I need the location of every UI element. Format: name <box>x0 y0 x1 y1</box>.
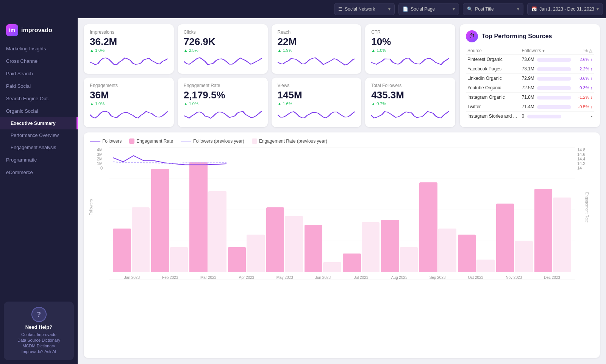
metric-sparkline <box>184 108 262 120</box>
bar-current <box>458 235 476 272</box>
x-label: Sep 2023 <box>419 275 457 280</box>
sidebar-item-paid-search[interactable]: Paid Search <box>0 67 78 80</box>
logo-text: improvado <box>21 27 52 34</box>
source-name: Instagram Organic <box>466 93 520 102</box>
y-right-tick: 14.4 <box>577 157 590 161</box>
filter-social-page[interactable]: 📄 Social Page ▾ <box>398 3 459 15</box>
metric-card-engagement-rate: Engagement Rate 2,179.5% ▲ 1.0% <box>178 78 268 127</box>
sidebar-item-engagement-analysis[interactable]: Engagement Analysis <box>0 142 78 154</box>
metric-card-ctr: CTR 10% ▲ 1.0% <box>365 24 455 74</box>
y-left-tick: 4M <box>90 148 103 152</box>
bar-group <box>189 148 226 272</box>
bar-current <box>113 229 131 272</box>
x-label: Dec 2023 <box>533 275 571 280</box>
metric-change: ▲ 1.0% <box>90 48 168 53</box>
sidebar-item-marketing-insights[interactable]: Marketing Insights <box>0 42 78 55</box>
bar-group <box>151 148 188 272</box>
metric-change: ▲ 2.5% <box>184 48 262 53</box>
metric-label: Engagements <box>90 83 168 88</box>
y-left-label: Followers <box>89 199 93 215</box>
sidebar-item-performance-overview[interactable]: Performance Overview <box>0 129 78 142</box>
sidebar: im improvado Marketing Insights Cross Ch… <box>0 18 78 364</box>
sidebar-item-paid-social[interactable]: Paid Social <box>0 80 78 92</box>
x-label: Apr 2023 <box>227 275 266 280</box>
bar-group <box>534 148 571 272</box>
sources-table: Source Followers ▾ % △ Pinterest Organic… <box>466 47 594 121</box>
social-page-label: Social Page <box>411 6 435 12</box>
metrics-section: Impressions 36.2M ▲ 1.0% Clicks 726.9K ▲… <box>84 24 600 127</box>
source-name: LinkedIn Organic <box>466 74 520 83</box>
bar-previous <box>247 235 265 272</box>
calendar-icon: 📅 <box>531 6 537 12</box>
metric-card-views: Views 145M ▲ 1.6% <box>272 78 362 127</box>
filter-post-title[interactable]: 🔍 Post Title ▾ <box>463 3 523 15</box>
metric-value: 145M <box>278 90 356 101</box>
metric-sparkline <box>371 108 449 120</box>
followers-bar <box>537 58 571 62</box>
followers-bar <box>537 67 571 71</box>
content-area: Impressions 36.2M ▲ 1.0% Clicks 726.9K ▲… <box>78 18 606 364</box>
metric-card-impressions: Impressions 36.2M ▲ 1.0% <box>84 24 174 74</box>
table-row: Instagram Stories and ... 0 - <box>466 112 594 121</box>
date-range-label: Jan 1, 2023 - Dec 31, 2023 <box>539 6 594 12</box>
y-left-tick: 3M <box>90 152 103 157</box>
bar-current <box>419 182 437 272</box>
x-label: Feb 2023 <box>151 275 189 280</box>
data-source-dictionary-link[interactable]: Data Source Dictionary <box>8 338 70 342</box>
bar-group <box>381 148 418 272</box>
y-left-tick: 2M <box>90 157 103 161</box>
y-right-label: Engagement Rate <box>585 192 589 222</box>
mcdm-dictionary-link[interactable]: MCDM Dictionary <box>8 344 70 348</box>
x-label: Oct 2023 <box>456 275 495 280</box>
metric-sparkline <box>90 55 168 66</box>
metric-sparkline <box>278 108 356 120</box>
sidebar-item-organic-social[interactable]: Organic Social <box>0 105 78 117</box>
metric-value: 22M <box>278 36 356 47</box>
source-change: 2.2% <box>576 64 594 74</box>
metric-sparkline <box>184 55 262 66</box>
sidebar-item-cross-channel[interactable]: Cross Channel <box>0 55 78 67</box>
metric-card-total-followers: Total Followers 435.3M ▲ 0.7% <box>365 78 455 127</box>
social-page-icon: 📄 <box>403 6 408 12</box>
source-name: Instagram Stories and ... <box>466 112 520 121</box>
bar-current <box>228 247 246 272</box>
logo-icon: im <box>6 24 18 36</box>
sidebar-item-executive-summary[interactable]: Executive Summary <box>0 117 78 129</box>
bar-current <box>343 254 361 272</box>
x-labels: Jan 2023Feb 2023Mar 2023Apr 2023May 2023… <box>113 275 571 280</box>
source-name: Facebook Pages <box>466 64 520 74</box>
bar-previous <box>515 241 533 272</box>
followers-bar <box>537 96 571 100</box>
chart-legend: Followers Engagement Rate Followers (pre… <box>90 138 594 144</box>
logo-area: im improvado <box>0 21 78 42</box>
metric-label: Engagement Rate <box>184 83 262 88</box>
metric-card-clicks: Clicks 726.9K ▲ 2.5% <box>178 24 268 74</box>
filter-date-range[interactable]: 📅 Jan 1, 2023 - Dec 31, 2023 ▾ <box>527 3 603 15</box>
source-followers: 71.8M <box>520 93 576 102</box>
metric-value: 2,179.5% <box>184 90 262 101</box>
metric-change: ▲ 0.7% <box>371 101 449 106</box>
metric-label: Impressions <box>90 30 168 35</box>
contact-improvado-link[interactable]: Contact Improvado <box>8 332 70 337</box>
top-sources-title: Top Performing Sources <box>482 33 552 40</box>
bar-previous <box>285 216 303 272</box>
sidebar-item-search-engine-opt[interactable]: Search Engine Opt. <box>0 92 78 105</box>
bar-group <box>496 148 533 272</box>
post-title-label: Post Title <box>475 6 494 12</box>
bar-previous <box>400 247 418 272</box>
bar-previous <box>208 191 226 272</box>
bar-group <box>266 148 303 272</box>
filter-social-network[interactable]: ☰ Social Network ▾ <box>334 3 395 15</box>
y-left-tick: 1M <box>90 161 103 166</box>
followers-bar <box>527 115 561 118</box>
ask-ai-link[interactable]: Improvado? Ask AI <box>8 349 70 354</box>
sidebar-item-ecommerce[interactable]: eCommerce <box>0 166 78 179</box>
table-row: Instagram Organic 71.8M -1.2% <box>466 93 594 102</box>
x-label: Aug 2023 <box>380 275 419 280</box>
legend-followers: Followers <box>90 138 122 144</box>
metric-value: 10% <box>371 36 449 47</box>
bar-current <box>496 204 514 272</box>
sidebar-item-programmatic[interactable]: Programmatic <box>0 154 78 166</box>
bar-previous <box>362 222 380 272</box>
chevron-down-icon: ▾ <box>517 6 519 12</box>
